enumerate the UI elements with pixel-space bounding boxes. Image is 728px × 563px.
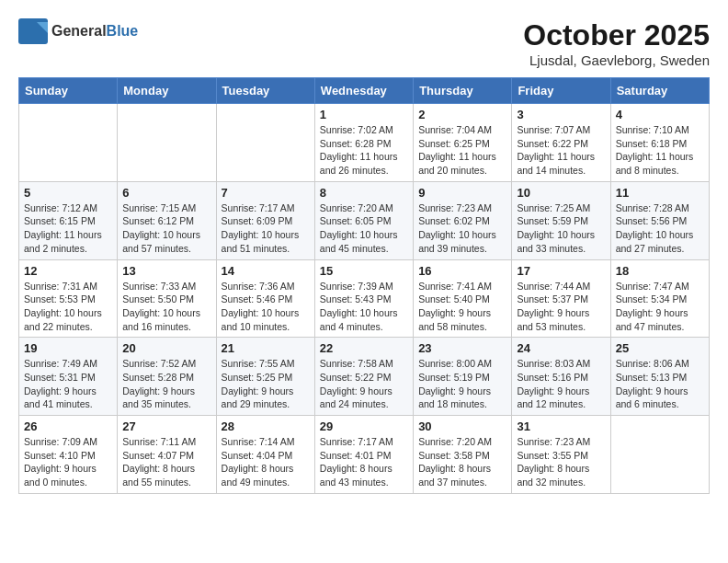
day-number: 18 <box>616 264 704 278</box>
day-number: 6 <box>122 186 210 200</box>
calendar-day-29: 29Sunrise: 7:17 AM Sunset: 4:01 PM Dayli… <box>314 416 413 494</box>
day-content: Sunrise: 7:20 AM Sunset: 6:05 PM Dayligh… <box>320 201 408 256</box>
day-content: Sunrise: 7:04 AM Sunset: 6:25 PM Dayligh… <box>418 123 506 178</box>
day-content: Sunrise: 7:17 AM Sunset: 4:01 PM Dayligh… <box>320 435 408 489</box>
calendar-day-14: 14Sunrise: 7:36 AM Sunset: 5:46 PM Dayli… <box>216 259 314 338</box>
day-number: 26 <box>24 419 112 433</box>
day-number: 27 <box>122 419 210 433</box>
calendar-day-30: 30Sunrise: 7:20 AM Sunset: 3:58 PM Dayli… <box>414 416 512 494</box>
day-content: Sunrise: 7:15 AM Sunset: 6:12 PM Dayligh… <box>122 201 210 256</box>
day-header-monday: Monday <box>118 78 216 104</box>
day-number: 23 <box>418 341 506 355</box>
calendar-empty-cell <box>216 104 314 182</box>
calendar-day-20: 20Sunrise: 7:52 AM Sunset: 5:28 PM Dayli… <box>118 338 216 416</box>
calendar-day-3: 3Sunrise: 7:07 AM Sunset: 6:22 PM Daylig… <box>512 104 610 182</box>
day-content: Sunrise: 7:28 AM Sunset: 5:56 PM Dayligh… <box>616 201 704 256</box>
day-content: Sunrise: 8:06 AM Sunset: 5:13 PM Dayligh… <box>616 357 704 411</box>
day-number: 16 <box>418 264 506 278</box>
calendar-empty-cell <box>118 104 216 182</box>
calendar-day-28: 28Sunrise: 7:14 AM Sunset: 4:04 PM Dayli… <box>216 416 314 494</box>
day-content: Sunrise: 7:11 AM Sunset: 4:07 PM Dayligh… <box>122 435 210 489</box>
calendar-week-row: 1Sunrise: 7:02 AM Sunset: 6:28 PM Daylig… <box>19 104 710 182</box>
calendar-week-row: 5Sunrise: 7:12 AM Sunset: 6:15 PM Daylig… <box>19 181 710 259</box>
day-content: Sunrise: 7:49 AM Sunset: 5:31 PM Dayligh… <box>24 357 112 411</box>
calendar-empty-cell <box>610 416 709 494</box>
day-content: Sunrise: 7:12 AM Sunset: 6:15 PM Dayligh… <box>24 201 112 256</box>
day-number: 24 <box>517 341 605 355</box>
calendar-day-12: 12Sunrise: 7:31 AM Sunset: 5:53 PM Dayli… <box>19 259 118 338</box>
day-content: Sunrise: 7:07 AM Sunset: 6:22 PM Dayligh… <box>517 123 605 178</box>
calendar-empty-cell <box>19 104 118 182</box>
day-content: Sunrise: 7:36 AM Sunset: 5:46 PM Dayligh… <box>222 280 310 334</box>
calendar-day-10: 10Sunrise: 7:25 AM Sunset: 5:59 PM Dayli… <box>512 181 610 259</box>
calendar-table: SundayMondayTuesdayWednesdayThursdayFrid… <box>18 77 710 494</box>
calendar-day-31: 31Sunrise: 7:23 AM Sunset: 3:55 PM Dayli… <box>512 416 610 494</box>
calendar-week-row: 26Sunrise: 7:09 AM Sunset: 4:10 PM Dayli… <box>19 416 710 494</box>
day-header-friday: Friday <box>512 78 610 104</box>
calendar-day-7: 7Sunrise: 7:17 AM Sunset: 6:09 PM Daylig… <box>216 181 314 259</box>
calendar-day-8: 8Sunrise: 7:20 AM Sunset: 6:05 PM Daylig… <box>314 181 413 259</box>
logo-general: General <box>51 23 107 39</box>
day-content: Sunrise: 7:25 AM Sunset: 5:59 PM Dayligh… <box>517 201 605 256</box>
day-content: Sunrise: 7:39 AM Sunset: 5:43 PM Dayligh… <box>320 280 408 334</box>
day-number: 31 <box>517 419 605 433</box>
day-number: 8 <box>320 186 408 200</box>
day-content: Sunrise: 7:02 AM Sunset: 6:28 PM Dayligh… <box>320 123 408 178</box>
day-content: Sunrise: 8:00 AM Sunset: 5:19 PM Dayligh… <box>418 357 506 411</box>
calendar-day-24: 24Sunrise: 8:03 AM Sunset: 5:16 PM Dayli… <box>512 338 610 416</box>
day-content: Sunrise: 7:23 AM Sunset: 6:02 PM Dayligh… <box>418 201 506 256</box>
day-number: 29 <box>320 419 408 433</box>
month-year-title: October 2025 <box>523 18 710 52</box>
day-number: 30 <box>418 419 506 433</box>
day-number: 3 <box>517 108 605 121</box>
calendar-day-26: 26Sunrise: 7:09 AM Sunset: 4:10 PM Dayli… <box>19 416 118 494</box>
calendar-day-6: 6Sunrise: 7:15 AM Sunset: 6:12 PM Daylig… <box>118 181 216 259</box>
day-content: Sunrise: 7:23 AM Sunset: 3:55 PM Dayligh… <box>517 435 605 489</box>
day-number: 19 <box>24 341 112 355</box>
day-number: 15 <box>320 264 408 278</box>
calendar-day-4: 4Sunrise: 7:10 AM Sunset: 6:18 PM Daylig… <box>610 104 709 182</box>
calendar-day-17: 17Sunrise: 7:44 AM Sunset: 5:37 PM Dayli… <box>512 259 610 338</box>
calendar-day-18: 18Sunrise: 7:47 AM Sunset: 5:34 PM Dayli… <box>610 259 709 338</box>
day-number: 9 <box>418 186 506 200</box>
header: GeneralBlue October 2025 Ljusdal, Gaevle… <box>18 18 710 68</box>
calendar-week-row: 19Sunrise: 7:49 AM Sunset: 5:31 PM Dayli… <box>19 338 710 416</box>
day-header-thursday: Thursday <box>414 78 512 104</box>
calendar-day-22: 22Sunrise: 7:58 AM Sunset: 5:22 PM Dayli… <box>314 338 413 416</box>
calendar-day-1: 1Sunrise: 7:02 AM Sunset: 6:28 PM Daylig… <box>314 104 413 182</box>
day-content: Sunrise: 7:58 AM Sunset: 5:22 PM Dayligh… <box>320 357 408 411</box>
day-content: Sunrise: 7:31 AM Sunset: 5:53 PM Dayligh… <box>24 280 112 334</box>
day-header-saturday: Saturday <box>610 78 709 104</box>
day-number: 20 <box>122 341 210 355</box>
calendar-day-13: 13Sunrise: 7:33 AM Sunset: 5:50 PM Dayli… <box>118 259 216 338</box>
day-content: Sunrise: 7:10 AM Sunset: 6:18 PM Dayligh… <box>616 123 704 178</box>
day-number: 25 <box>616 341 704 355</box>
day-number: 28 <box>222 419 310 433</box>
calendar-day-21: 21Sunrise: 7:55 AM Sunset: 5:25 PM Dayli… <box>216 338 314 416</box>
day-number: 1 <box>320 108 408 121</box>
calendar-day-23: 23Sunrise: 8:00 AM Sunset: 5:19 PM Dayli… <box>414 338 512 416</box>
day-number: 2 <box>418 108 506 121</box>
day-content: Sunrise: 7:17 AM Sunset: 6:09 PM Dayligh… <box>222 201 310 256</box>
logo-icon <box>18 18 48 44</box>
day-content: Sunrise: 7:14 AM Sunset: 4:04 PM Dayligh… <box>222 435 310 489</box>
calendar-day-2: 2Sunrise: 7:04 AM Sunset: 6:25 PM Daylig… <box>414 104 512 182</box>
day-content: Sunrise: 7:44 AM Sunset: 5:37 PM Dayligh… <box>517 280 605 334</box>
day-number: 17 <box>517 264 605 278</box>
day-content: Sunrise: 7:20 AM Sunset: 3:58 PM Dayligh… <box>418 435 506 489</box>
day-content: Sunrise: 7:41 AM Sunset: 5:40 PM Dayligh… <box>418 280 506 334</box>
logo: GeneralBlue <box>18 18 138 44</box>
day-number: 22 <box>320 341 408 355</box>
day-content: Sunrise: 7:55 AM Sunset: 5:25 PM Dayligh… <box>222 357 310 411</box>
day-content: Sunrise: 7:52 AM Sunset: 5:28 PM Dayligh… <box>122 357 210 411</box>
day-content: Sunrise: 7:09 AM Sunset: 4:10 PM Dayligh… <box>24 435 112 489</box>
day-number: 7 <box>222 186 310 200</box>
day-header-wednesday: Wednesday <box>314 78 413 104</box>
calendar-day-16: 16Sunrise: 7:41 AM Sunset: 5:40 PM Dayli… <box>414 259 512 338</box>
calendar-day-5: 5Sunrise: 7:12 AM Sunset: 6:15 PM Daylig… <box>19 181 118 259</box>
day-content: Sunrise: 7:47 AM Sunset: 5:34 PM Dayligh… <box>616 280 704 334</box>
calendar-header-row: SundayMondayTuesdayWednesdayThursdayFrid… <box>19 78 710 104</box>
day-header-tuesday: Tuesday <box>216 78 314 104</box>
calendar-day-19: 19Sunrise: 7:49 AM Sunset: 5:31 PM Dayli… <box>19 338 118 416</box>
calendar-day-11: 11Sunrise: 7:28 AM Sunset: 5:56 PM Dayli… <box>610 181 709 259</box>
